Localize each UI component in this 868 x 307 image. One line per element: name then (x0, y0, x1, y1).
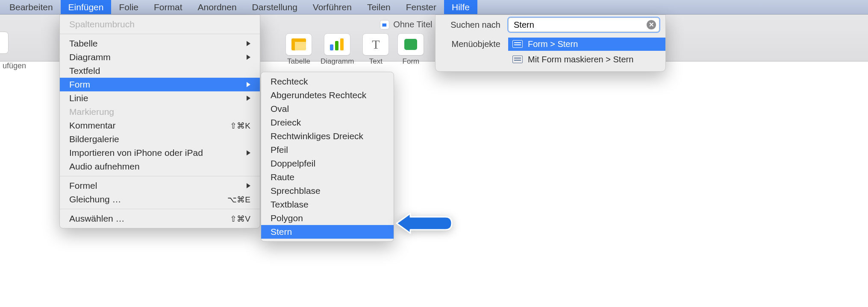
shape-icon (404, 39, 417, 50)
shape-dreieck[interactable]: Dreieck (261, 116, 394, 129)
menu-separator (60, 209, 260, 209)
insert-item-audio-aufnehmen[interactable]: Audio aufnehmen (60, 160, 260, 173)
insert-item-textfeld[interactable]: Textfeld (60, 64, 260, 78)
help-result-mask-stern[interactable]: Mit Form maskieren > Stern (508, 53, 665, 66)
menu-result-icon (512, 40, 523, 48)
insert-item-gleichung[interactable]: Gleichung … ⌥⌘E (60, 193, 260, 206)
toolbar-left-label-fragment: ufügen (3, 61, 26, 70)
shape-oval[interactable]: Oval (261, 102, 394, 116)
menu-hilfe[interactable]: Hilfe (444, 0, 477, 14)
toolbar-shape-button[interactable]: Form (397, 33, 424, 66)
insert-item-kommentar[interactable]: Kommentar ⇧⌘K (60, 119, 260, 132)
insert-item-form[interactable]: Form (60, 78, 260, 91)
shape-submenu: Rechteck Abgerundetes Rechteck Oval Drei… (261, 72, 394, 242)
insert-item-tabelle[interactable]: Tabelle (60, 37, 260, 50)
insert-item-linie[interactable]: Linie (60, 91, 260, 105)
insert-item-diagramm[interactable]: Diagramm (60, 50, 260, 64)
submenu-arrow-icon (247, 82, 250, 87)
toolbar-text-button[interactable]: T Text (362, 33, 389, 66)
insert-item-bildergalerie[interactable]: Bildergalerie (60, 132, 260, 146)
text-icon: T (372, 37, 380, 52)
submenu-arrow-icon (247, 55, 250, 60)
shortcut: ⇧⌘V (230, 214, 250, 224)
clear-search-icon[interactable]: ✕ (647, 20, 656, 29)
menu-fenster[interactable]: Fenster (398, 0, 444, 14)
menu-separator (60, 176, 260, 176)
toolbar-left-tab-fragment (0, 32, 9, 54)
submenu-arrow-icon (247, 183, 250, 188)
insert-item-formel[interactable]: Formel (60, 179, 260, 193)
shape-sprechblase[interactable]: Sprechblase (261, 184, 394, 198)
help-popover: Suchen nach ✕ Menüobjekte Form > Stern M… (435, 15, 666, 72)
shape-polygon[interactable]: Polygon (261, 211, 394, 225)
help-search-input[interactable] (508, 18, 659, 32)
toolbar-table-button[interactable]: Tabelle (285, 33, 312, 66)
menu-result-icon (512, 56, 523, 63)
submenu-arrow-icon (247, 41, 250, 46)
chart-icon (330, 38, 344, 50)
menu-format[interactable]: Format (146, 0, 190, 14)
help-result-form-stern[interactable]: Form > Stern (508, 38, 665, 51)
insert-item-markierung: Markierung (60, 105, 260, 119)
table-icon (291, 38, 306, 50)
insert-item-import-iphone[interactable]: Importieren von iPhone oder iPad (60, 146, 260, 160)
toolbar-buttons: Tabelle Diagramm T Text Form (285, 33, 424, 66)
submenu-arrow-icon (247, 150, 250, 155)
document-name: Ohne Titel (393, 20, 432, 29)
keynote-document-icon (380, 20, 389, 29)
shape-stern[interactable]: Stern (261, 225, 394, 239)
insert-item-spaltenumbruch: Spaltenumbruch (60, 18, 260, 31)
menu-einfuegen[interactable]: Einfügen (61, 0, 112, 14)
shape-abgerundetes-rechteck[interactable]: Abgerundetes Rechteck (261, 88, 394, 102)
insert-menu: Spaltenumbruch Tabelle Diagramm Textfeld… (59, 15, 260, 228)
help-search-label: Suchen nach (435, 20, 508, 30)
shortcut: ⌥⌘E (227, 195, 250, 205)
shape-textblase[interactable]: Textblase (261, 198, 394, 211)
insert-item-auswaehlen[interactable]: Auswählen … ⇧⌘V (60, 212, 260, 225)
shape-rechteck[interactable]: Rechteck (261, 75, 394, 88)
menu-teilen[interactable]: Teilen (359, 0, 398, 14)
submenu-arrow-icon (247, 96, 250, 101)
help-section-label: Menüobjekte (435, 39, 508, 49)
shortcut: ⇧⌘K (230, 121, 250, 131)
menu-vorfuehren[interactable]: Vorführen (305, 0, 359, 14)
help-pointer-callout (396, 213, 454, 234)
menu-bearbeiten[interactable]: Bearbeiten (2, 0, 61, 14)
shape-pfeil[interactable]: Pfeil (261, 143, 394, 157)
menu-separator (60, 34, 260, 34)
shape-raute[interactable]: Raute (261, 170, 394, 184)
menu-folie[interactable]: Folie (111, 0, 146, 14)
menu-darstellung[interactable]: Darstellung (244, 0, 305, 14)
shape-doppelpfeil[interactable]: Doppelpfeil (261, 157, 394, 170)
shape-rechtwinkliges-dreieck[interactable]: Rechtwinkliges Dreieck (261, 129, 394, 143)
menu-anordnen[interactable]: Anordnen (190, 0, 244, 14)
toolbar-chart-button[interactable]: Diagramm (321, 33, 354, 66)
menubar: Bearbeiten Einfügen Folie Format Anordne… (0, 0, 868, 15)
